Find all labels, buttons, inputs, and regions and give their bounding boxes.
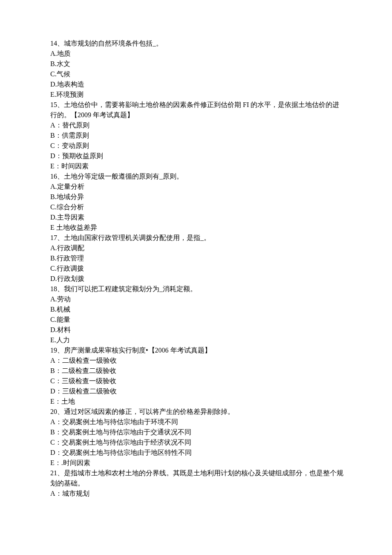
option-c: C.气候	[50, 69, 345, 79]
question-number: 21、	[50, 469, 64, 477]
option-b: B.行政管理	[50, 253, 345, 263]
question-text: 我们可以把工程建筑定额划分为_消耗定额。	[64, 285, 197, 292]
option-e: E：时间因素	[50, 161, 345, 171]
option-a: A：二级检查一级验收	[50, 356, 345, 366]
question-number: 18、	[50, 285, 64, 292]
option-b: B：交易案例土地与待估宗地由于交通状况不同	[50, 427, 345, 437]
question-15: 15、土地估价中，需要将影响土地价格的因素条件修正到估价期 FI 的水平，是依据…	[50, 100, 345, 171]
option-a: A.定量分析	[50, 182, 345, 192]
question-text: 城市规划的自然环境条件包括_。	[64, 40, 163, 47]
question-text: 土地由国家行政管理机关调拨分配使用，是指_。	[64, 234, 210, 241]
option-d: D：交易案例土地与待估宗地由于地区特性不同	[50, 448, 345, 458]
question-number: 20、	[50, 408, 64, 415]
option-c: C：三级检查一级验收	[50, 376, 345, 386]
exam-document: 14、城市规划的自然环境条件包括_。 A.地质 B.水文 C.气候 D.地表构造…	[50, 38, 345, 499]
option-e: E.人力	[50, 335, 345, 345]
question-stem: 20、通过对区域因素的修正，可以将产生的价格差异剔除掉。	[50, 407, 345, 417]
option-c: C.能量	[50, 315, 345, 325]
option-d: D：预期收益原则	[50, 151, 345, 161]
question-text: 土地估价中，需要将影响土地价格的因素条件修正到估价期 FI 的水平，是依据土地估…	[50, 101, 339, 119]
question-number: 15、	[50, 101, 64, 108]
question-number: 17、	[50, 234, 64, 241]
option-a: A.行政调配	[50, 243, 345, 253]
option-d: D.行政划拨	[50, 274, 345, 284]
option-e: E.环境预测	[50, 90, 345, 100]
option-b: B.水文	[50, 59, 345, 69]
question-stem: 19、房产测量成果审核实行制度•【2006 年考试真题】	[50, 345, 345, 356]
option-a: A：交易案例土地与待估宗地由于环境不同	[50, 417, 345, 427]
option-e: E：.时间因素	[50, 458, 345, 468]
question-stem: 18、我们可以把工程建筑定额划分为_消耗定额。	[50, 284, 345, 294]
question-text: 房产测量成果审核实行制度•【2006 年考试真题】	[64, 347, 211, 354]
option-d: D：三级检查二级验收	[50, 386, 345, 396]
question-16: 16、土地分等定级一般遵循的原则有_原则。 A.定量分析 B.地域分异 C.综合…	[50, 171, 345, 233]
question-21: 21、是指城市土地和农村土地的分界线。其既是土地利用计划的核心及关键组成部分，也…	[50, 468, 345, 499]
question-number: 16、	[50, 173, 64, 180]
option-c: C：变动原则	[50, 141, 345, 151]
option-b: B.机械	[50, 304, 345, 315]
question-19: 19、房产测量成果审核实行制度•【2006 年考试真题】 A：二级检查一级验收 …	[50, 345, 345, 407]
option-c: C.行政调拨	[50, 263, 345, 274]
option-b: B：供需原则	[50, 130, 345, 141]
option-b: B.地域分异	[50, 192, 345, 202]
option-a: A：城市规划	[50, 489, 345, 499]
option-e: E 土地收益差异	[50, 223, 345, 233]
option-a: A.劳动	[50, 294, 345, 304]
question-text: 土地分等定级一般遵循的原则有_原则。	[64, 173, 183, 180]
question-number: 19、	[50, 347, 64, 354]
question-17: 17、土地由国家行政管理机关调拨分配使用，是指_。 A.行政调配 B.行政管理 …	[50, 233, 345, 284]
question-stem: 17、土地由国家行政管理机关调拨分配使用，是指_。	[50, 233, 345, 243]
question-stem: 21、是指城市土地和农村土地的分界线。其既是土地利用计划的核心及关键组成部分，也…	[50, 468, 345, 489]
option-c: C.综合分析	[50, 202, 345, 212]
question-stem: 15、土地估价中，需要将影响土地价格的因素条件修正到估价期 FI 的水平，是依据…	[50, 100, 345, 120]
question-stem: 16、土地分等定级一般遵循的原则有_原则。	[50, 171, 345, 182]
option-a: A.地质	[50, 49, 345, 59]
question-18: 18、我们可以把工程建筑定额划分为_消耗定额。 A.劳动 B.机械 C.能量 D…	[50, 284, 345, 345]
option-e: E：土地	[50, 396, 345, 407]
option-a: A：替代原则	[50, 120, 345, 130]
option-c: C：交易案例土地与待估宗地由于经济状况不同	[50, 437, 345, 448]
question-text: 是指城市土地和农村土地的分界线。其既是土地利用计划的核心及关键组成部分，也是整个…	[50, 469, 343, 487]
question-20: 20、通过对区域因素的修正，可以将产生的价格差异剔除掉。 A：交易案例土地与待估…	[50, 407, 345, 468]
option-d: D.地表构造	[50, 79, 345, 90]
option-d: D.材料	[50, 325, 345, 335]
question-14: 14、城市规划的自然环境条件包括_。 A.地质 B.水文 C.气候 D.地表构造…	[50, 38, 345, 100]
option-d: D.主导因素	[50, 212, 345, 223]
question-text: 通过对区域因素的修正，可以将产生的价格差异剔除掉。	[64, 408, 234, 415]
question-number: 14、	[50, 40, 64, 47]
option-b: B：二级检查二级验收	[50, 366, 345, 376]
question-stem: 14、城市规划的自然环境条件包括_。	[50, 38, 345, 49]
